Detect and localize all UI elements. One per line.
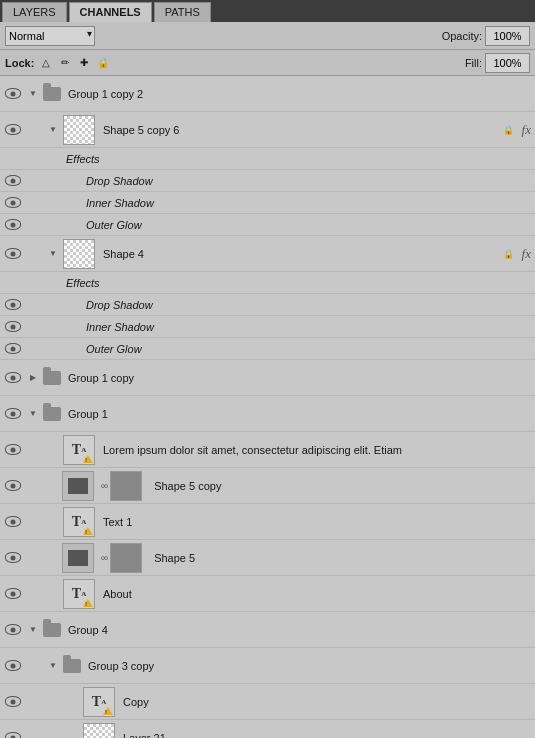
eye-icon [5,372,21,383]
layer-row[interactable]: Layer 21 [0,720,535,738]
layer-row[interactable]: Shape 4 🔒 fx [0,236,535,272]
visibility-toggle[interactable] [0,236,26,271]
layer-row[interactable]: TA About [0,576,535,612]
fx-badge: fx [522,246,531,262]
visibility-toggle[interactable] [0,648,26,683]
toolbar-row: Normal Dissolve Multiply Screen Overlay … [0,22,535,50]
chain-icon: ∞ [101,480,108,491]
visibility-toggle[interactable] [0,540,26,575]
layer-row[interactable]: Group 3 copy [0,648,535,684]
visibility-toggle[interactable] [0,112,26,147]
effect-row[interactable]: Inner Shadow [0,192,535,214]
layer-name: Group 1 copy [68,372,531,384]
visibility-toggle[interactable] [0,214,26,235]
expand-arrow[interactable] [26,87,40,101]
tab-paths[interactable]: PATHS [154,2,211,22]
layer-thumbnail [62,471,94,501]
opacity-input[interactable] [485,26,530,46]
visibility-toggle[interactable] [0,170,26,191]
visibility-toggle[interactable] [0,612,26,647]
visibility-toggle[interactable] [0,396,26,431]
layer-row[interactable]: ∞ Shape 5 copy [0,468,535,504]
layer-row[interactable]: Group 1 copy 2 [0,76,535,112]
eye-icon [5,444,21,455]
visibility-toggle[interactable] [0,294,26,315]
effect-row[interactable]: Outer Glow [0,214,535,236]
warning-icon [103,707,113,715]
lock-icon: 🔒 [503,249,514,259]
fill-area: Fill: [465,53,530,73]
effect-row[interactable]: Inner Shadow [0,316,535,338]
expand-arrow[interactable] [26,371,40,385]
layer-name: Copy [123,696,531,708]
fill-input[interactable] [485,53,530,73]
effect-row[interactable]: Drop Shadow [0,170,535,192]
eye-icon [5,516,21,527]
layer-name: Lorem ipsum dolor sit amet, consectetur … [103,444,531,456]
visibility-toggle[interactable] [0,76,26,111]
layers-panel-body: Group 1 copy 2 Shape 5 copy 6 🔒 fx Effec… [0,76,535,738]
visibility-toggle[interactable] [0,468,26,503]
linked-thumbnail [110,471,142,501]
eye-icon [5,175,21,186]
eye-icon [5,299,21,310]
layer-name: Group 3 copy [88,660,531,672]
visibility-toggle[interactable] [0,576,26,611]
layer-row[interactable]: Group 1 [0,396,535,432]
layer-row[interactable]: Group 4 [0,612,535,648]
layer-row[interactable]: Group 1 copy [0,360,535,396]
lock-row: Lock: △ ✏ ✚ 🔒 Fill: [0,50,535,76]
visibility-toggle[interactable] [0,192,26,213]
lock-position-icon[interactable]: ✚ [77,56,91,70]
eye-icon [5,732,21,738]
layer-thumbnail [63,115,95,145]
eye-icon [5,343,21,354]
expand-arrow[interactable] [46,659,60,673]
layer-name: Shape 4 [103,248,500,260]
folder-icon [43,623,61,637]
layer-thumbnail [62,543,94,573]
layer-row[interactable]: TA Lorem ipsum dolor sit amet, consectet… [0,432,535,468]
tab-layers[interactable]: LAYERS [2,2,67,22]
eye-icon [5,321,21,332]
visibility-toggle[interactable] [0,432,26,467]
effect-name: Inner Shadow [86,321,154,333]
expand-arrow[interactable] [46,247,60,261]
expand-arrow[interactable] [26,623,40,637]
visibility-toggle[interactable] [0,504,26,539]
opacity-wrapper: Opacity: [442,26,530,46]
eye-icon [5,552,21,563]
lock-image-icon[interactable]: ✏ [58,56,72,70]
tab-channels[interactable]: CHANNELS [69,2,152,22]
expand-arrow[interactable] [26,407,40,421]
warning-icon [83,599,93,607]
layer-row[interactable]: TA Copy [0,684,535,720]
effect-row[interactable]: Drop Shadow [0,294,535,316]
visibility-toggle[interactable] [0,720,26,738]
layer-thumbnail: TA [83,687,115,717]
eye-icon [5,219,21,230]
effects-header-row: Effects [0,272,535,294]
lock-all-icon[interactable]: 🔒 [96,56,110,70]
blend-mode-select[interactable]: Normal Dissolve Multiply Screen Overlay [5,26,95,46]
visibility-toggle[interactable] [0,316,26,337]
panel-tabs: LAYERS CHANNELS PATHS [0,0,535,22]
eye-icon [5,480,21,491]
linked-thumbnail [110,543,142,573]
visibility-toggle[interactable] [0,684,26,719]
visibility-toggle[interactable] [0,360,26,395]
visibility-toggle[interactable] [0,338,26,359]
layer-thumbnail: TA [63,507,95,537]
lock-transparent-icon[interactable]: △ [39,56,53,70]
layer-row[interactable]: Shape 5 copy 6 🔒 fx [0,112,535,148]
linked-thumb-container: ∞ [62,471,147,501]
expand-arrow[interactable] [46,123,60,137]
eye-icon [5,88,21,99]
layer-row[interactable]: ∞ Shape 5 [0,540,535,576]
effect-row[interactable]: Outer Glow [0,338,535,360]
warning-icon [83,527,93,535]
layer-row[interactable]: TA Text 1 [0,504,535,540]
folder-icon [63,659,81,673]
eye-icon [5,408,21,419]
fill-label: Fill: [465,57,482,69]
